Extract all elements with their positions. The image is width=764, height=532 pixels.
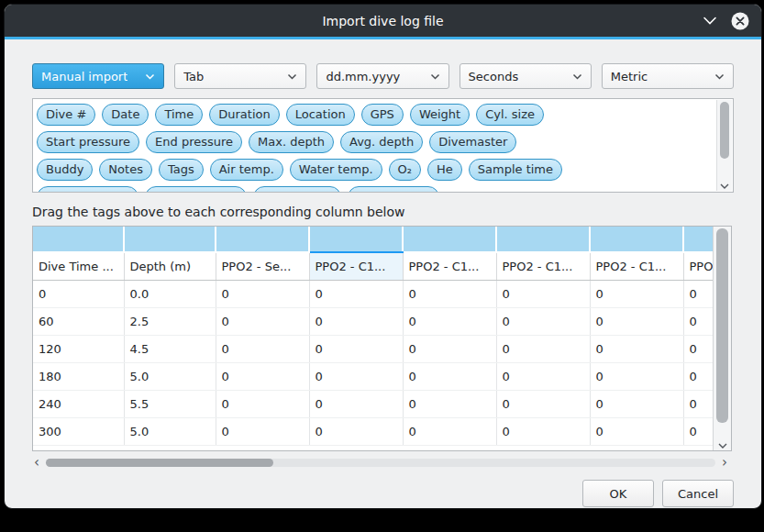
chevron-down-icon [145,73,155,80]
column-drop-target[interactable] [309,227,403,252]
tag-pill[interactable]: Date [102,104,149,126]
scroll-left-arrow-icon[interactable]: ‹ [32,456,41,470]
table-cell: 0 [403,417,496,445]
ok-button[interactable]: OK [582,480,654,507]
column-header: PPO2 - C1... [403,252,496,280]
tag-pill[interactable]: Time [155,104,203,126]
cancel-button[interactable]: Cancel [662,480,734,507]
tag-pill[interactable]: Sample temp. [145,186,247,193]
tag-pill[interactable]: Tags [159,159,204,181]
units-select[interactable]: Metric [602,63,734,89]
tag-pill[interactable]: Notes [99,159,152,181]
table-cell: 0 [309,417,403,445]
tag-pool: Dive #DateTimeDurationLocationGPSWeightC… [32,98,734,193]
table-row: 602.5000000 [33,307,713,335]
scrollbar-thumb[interactable] [46,459,273,467]
table-cell: 0 [683,362,713,390]
table-cell: 0 [309,362,403,390]
table-cell: 0 [590,280,683,307]
window-title: Import dive log file [322,14,443,28]
column-header: PPO2 - C1... [309,252,403,280]
chevron-down-icon [572,73,582,80]
table-cell: 0 [683,307,713,335]
preview-table: Dive Time ...Depth (m)PPO2 - Se...PPO2 -… [33,227,713,450]
tag-pill[interactable]: Start pressure [37,131,139,153]
tag-pill[interactable]: Dive # [37,104,95,126]
tag-pill[interactable]: End pressure [146,131,242,153]
table-cell: 2.5 [124,307,216,335]
import-mode-select[interactable]: Manual import [32,63,164,89]
table-vscrollbar[interactable] [713,227,731,450]
tag-rows: Dive #DateTimeDurationLocationGPSWeightC… [37,104,711,193]
tag-pill[interactable]: Sample time [469,159,562,181]
column-header-row: Dive Time ...Depth (m)PPO2 - Se...PPO2 -… [33,252,713,280]
tag-pill[interactable]: Buddy [37,159,93,181]
scrollbar-track[interactable] [46,459,715,467]
tag-pill[interactable]: Weight [410,104,470,126]
table-cell: 0 [403,307,496,335]
field-separator-select[interactable]: Tab [174,63,306,89]
tag-row: Start pressureEnd pressureMax. depthAvg.… [37,131,711,153]
tag-pill[interactable]: Water temp. [290,159,382,181]
table-cell: 5.5 [124,390,216,417]
table-cell: 0 [590,390,683,417]
table-cell: 300 [33,417,124,445]
column-drop-target[interactable] [33,227,124,252]
tag-pill[interactable]: Avg. depth [340,131,423,153]
table-cell: 0 [496,362,590,390]
chevron-down-icon[interactable] [703,17,717,25]
tag-pill[interactable]: Location [286,104,355,126]
scrollbar-thumb[interactable] [716,228,728,423]
tag-pill[interactable]: Cyl. size [476,104,544,126]
tag-row: BuddyNotesTagsAir temp.Water temp.O₂HeSa… [37,159,711,181]
tag-pool-scrollbar[interactable] [716,100,732,191]
scrollbar-thumb[interactable] [720,102,729,159]
table-cell: 0 [403,335,496,362]
date-format-select[interactable]: dd.mm.yyyy [316,63,448,89]
table-cell: 0 [216,390,309,417]
table-hscrollbar[interactable]: ‹ › [32,456,729,470]
scroll-down-arrow-icon[interactable] [714,443,731,449]
table-cell: 5.0 [124,417,216,445]
scroll-down-arrow-icon[interactable] [717,183,732,189]
table-cell: 0 [403,280,496,307]
table-cell: 5.0 [124,362,216,390]
table-cell: 60 [33,307,124,335]
column-drop-target[interactable] [124,227,216,252]
table-cell: 0 [496,335,590,362]
chevron-down-icon [430,73,440,80]
tag-pill[interactable]: Divemaster [429,131,516,153]
table-cell: 0 [216,417,309,445]
import-dialog-window: Import dive log file Manual import [4,4,762,509]
tag-pill[interactable]: Max. depth [249,131,334,153]
tag-pill[interactable]: GPS [361,104,404,126]
tag-pill[interactable]: Sample CNS [348,186,439,193]
table-row: 1805.0000000 [33,362,713,390]
column-drop-target[interactable] [216,227,309,252]
tag-pill[interactable]: O₂ [389,159,421,181]
titlebar[interactable]: Import dive log file [5,5,761,37]
tag-pill[interactable]: Air temp. [210,159,283,181]
tag-pill[interactable]: Sample pO₂ [253,186,342,193]
table-cell: 0 [216,362,309,390]
table-cell: 0 [403,390,496,417]
column-header: PPO2 [683,252,713,280]
table-cell: 0 [309,390,403,417]
table-cell: 0 [590,417,683,445]
column-drop-target[interactable] [496,227,590,252]
tag-pill[interactable]: Duration [209,104,279,126]
table-cell: 0 [216,335,309,362]
duration-format-select[interactable]: Seconds [460,63,592,89]
column-drop-target[interactable] [683,227,713,252]
column-header: Depth (m) [124,252,216,280]
tag-pill[interactable]: He [427,159,462,181]
drop-target-row [33,227,713,252]
close-icon[interactable] [730,11,750,31]
table-cell: 0 [590,335,683,362]
table-cell: 0 [683,335,713,362]
tag-pill[interactable]: Sample depth [37,186,138,193]
scroll-right-arrow-icon[interactable]: › [720,456,729,470]
column-drop-target[interactable] [403,227,496,252]
table-cell: 0 [403,362,496,390]
column-drop-target[interactable] [590,227,683,252]
